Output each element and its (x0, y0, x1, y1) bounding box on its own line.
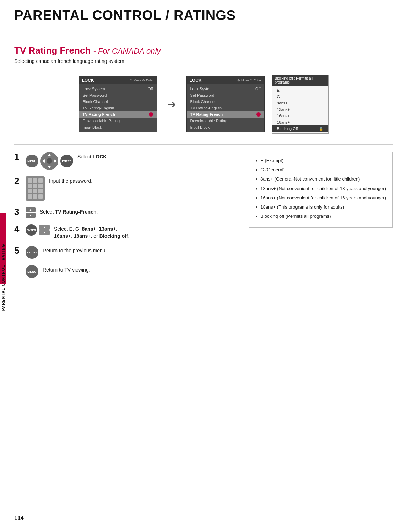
lock-item-tv-rating-french-2: TV Rating-French (187, 111, 264, 118)
lock-item: Block Channel (187, 98, 264, 105)
info-item-e: E (Exempt) (256, 157, 386, 164)
section-subtitle: - For CANADA only (93, 47, 161, 55)
section-title: TV Rating French - For CANADA only (14, 45, 393, 56)
section-header: TV Rating French - For CANADA only Selec… (14, 45, 393, 64)
dpad-icon (40, 152, 58, 170)
divider (14, 144, 393, 145)
rating-item-8ans: 8ans+ (272, 100, 328, 106)
step-4-icons: ENTER ▲ ▼ (26, 224, 50, 236)
rating-popup: Blocking off : Permits all programs E G … (272, 75, 329, 134)
rating-popup-header: Blocking off : Permits all programs (272, 75, 328, 86)
step-3-text: Select TV Rating-French. (40, 207, 98, 216)
step-3: 3 ▲ ▼ Select TV Rating-French. (14, 207, 238, 218)
step-5: 5 RETURN Return to the previous menu. (14, 246, 238, 259)
step-2-number: 2 (14, 176, 21, 186)
lock-item: Block Channel (79, 98, 157, 105)
lock-menu-2: LOCK ⊙ Move ⊙ Enter Lock System: Off Set… (186, 76, 265, 132)
lock-item: TV Rating-English (79, 105, 157, 111)
lock-menu-1-title: LOCK (82, 78, 94, 83)
lock-item: Lock System: Off (187, 86, 264, 92)
nav-down: ▼ (39, 230, 50, 235)
return-button: RETURN (26, 246, 38, 259)
step-2-icons (26, 176, 45, 201)
lock-item: Set Password (79, 92, 157, 98)
step-1-text: Select LOCK. (77, 152, 108, 161)
step-menu-text: Return to TV viewing. (43, 265, 90, 274)
info-item-13ans: 13ans+ (Not convenient for children of 1… (256, 186, 386, 192)
lock-item: Set Password (187, 92, 264, 98)
lock-menu-2-nav: ⊙ Move ⊙ Enter (237, 79, 261, 82)
up-button: ▲ (26, 207, 36, 212)
rating-item-16ans: 16ans+ (272, 113, 328, 119)
sidebar-label: PARENTAL CONTROL / RATING (0, 206, 6, 348)
step-3-icons: ▲ ▼ (26, 207, 36, 218)
lock-menu-1: LOCK ⊙ Move ⊙ Enter Lock System: Off Set… (79, 76, 157, 132)
menu-button-2: MENU (26, 265, 38, 278)
info-item-18ans: 18ans+ (This programs is only for adults… (256, 204, 386, 210)
lock-menu-2-title: LOCK (190, 78, 202, 83)
step-1-number: 1 (14, 152, 21, 161)
steps-area: 1 MENU ENTER (14, 152, 393, 284)
down-button: ▼ (26, 213, 36, 218)
lock-menu-2-body: Lock System: Off Set Password Block Chan… (187, 84, 264, 132)
step-5-number: 5 (14, 246, 21, 255)
diagrams-area: LOCK ⊙ Move ⊙ Enter Lock System: Off Set… (14, 75, 393, 134)
lock-item: Lock System: Off (79, 86, 157, 92)
step-menu: MENU Return to TV viewing. (14, 265, 238, 278)
info-item-blocking-off: Blocking off (Permits all programs) (256, 213, 386, 220)
lock-icon: 🔒 (319, 127, 323, 131)
rating-popup-body: E G 8ans+ 13ans+ 16ans+ 18ans+ Blocking … (272, 86, 328, 133)
info-item-g: G (General) (256, 167, 386, 173)
main-content: TV Rating French - For CANADA only Selec… (0, 27, 407, 299)
rating-item-13ans: 13ans+ (272, 106, 328, 113)
lock-menu-1-body: Lock System: Off Set Password Block Chan… (79, 84, 157, 132)
lock-item: Downloadable Rating (79, 118, 157, 124)
step-4-number: 4 (14, 224, 21, 233)
lock-menu-1-header: LOCK ⊙ Move ⊙ Enter (79, 76, 157, 84)
info-item-16ans: 16ans+ (Not convenient for children of 1… (256, 195, 386, 201)
rating-item-g: G (272, 93, 328, 100)
lock-item: Input Block (79, 124, 157, 130)
lock-item: Input Block (187, 124, 264, 130)
step-1-icons: MENU ENTER (26, 152, 73, 170)
step-2: 2 (14, 176, 238, 201)
rating-item-e: E (272, 87, 328, 93)
updown-icon: ▲ ▼ (26, 207, 36, 218)
step-menu-icons: MENU (26, 265, 38, 278)
enter-button: ENTER (60, 155, 73, 167)
numpad-icon (26, 176, 45, 201)
rating-item-18ans: 18ans+ (272, 119, 328, 125)
step-4: 4 ENTER ▲ ▼ Select E, G, 8ans+, 13ans+, … (14, 224, 238, 240)
step-5-text: Return to the previous menu. (43, 246, 107, 254)
arrow-icon: ➜ (168, 98, 176, 110)
step-1: 1 MENU ENTER (14, 152, 238, 170)
rating-item-blocking-off: Blocking Off 🔒 (272, 125, 328, 132)
lock-item: TV Rating-English (187, 105, 264, 111)
step-4-text: Select E, G, 8ans+, 13ans+, 16ans+, 18an… (54, 224, 129, 240)
lock-item-tv-rating-french: TV Rating-French (79, 111, 157, 118)
nav-updown: ▲ ▼ (39, 225, 50, 235)
step-3-number: 3 (14, 207, 21, 216)
info-item-8ans: 8ans+ (General-Not convenient for little… (256, 176, 386, 182)
nav-up: ▲ (39, 225, 50, 230)
step-2-text: Input the password. (49, 176, 92, 185)
page-title: PARENTAL CONTROL / RATINGS (0, 0, 407, 27)
lock-menu-2-header: LOCK ⊙ Move ⊙ Enter (187, 76, 264, 84)
step-5-icons: RETURN (26, 246, 38, 259)
section-description: Selecting canadian french language ratin… (14, 58, 393, 64)
page-number: 114 (14, 515, 24, 521)
lock-item: Downloadable Rating (187, 118, 264, 124)
menu-button-group: MENU (26, 155, 38, 167)
enter-icon-2: ENTER (26, 224, 37, 236)
info-box: E (Exempt) G (General) 8ans+ (General-No… (249, 152, 393, 228)
lock-menu-1-nav: ⊙ Move ⊙ Enter (130, 79, 153, 82)
steps-list: 1 MENU ENTER (14, 152, 238, 284)
menu-button: MENU (26, 155, 38, 167)
